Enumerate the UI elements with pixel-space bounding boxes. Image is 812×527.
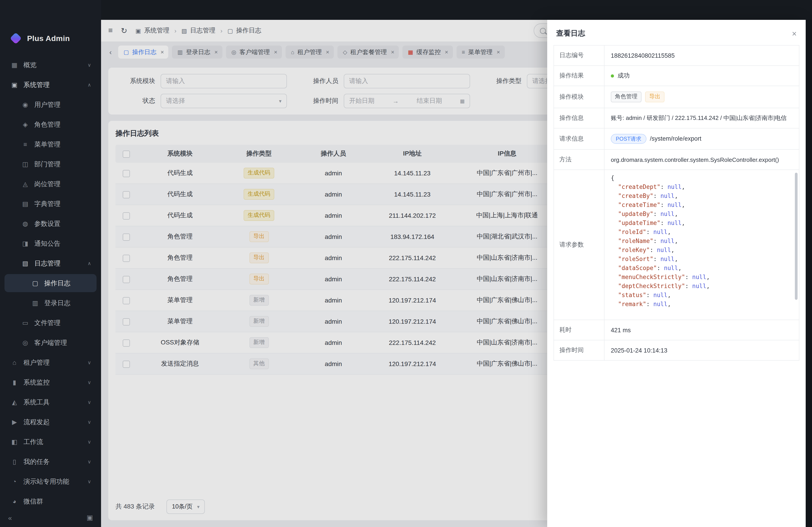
operation-info-value: 账号: admin / 研发部门 / 222.175.114.242 / 中国|… (605, 108, 799, 128)
detail-row-params: 请求参数 { createDept: null, createBy: null, (554, 170, 799, 320)
module-tags: 角色管理 导出 (605, 86, 799, 107)
detail-row-module: 操作模块 角色管理 导出 (554, 86, 799, 108)
json-line: createDept: null, (611, 183, 793, 192)
json-line: createBy: null, (611, 192, 793, 201)
log-detail-drawer: 查看日志 × 日志编号 1882612840802115585 操作结果 成功 … (547, 20, 806, 527)
module-tag: 导出 (645, 91, 665, 102)
detail-row-request: 请求信息 POST请求 /system/role/export (554, 128, 799, 150)
request-url: /system/role/export (650, 135, 701, 142)
json-line: roleKey: null, (611, 246, 793, 255)
params-lines: createDept: null, createBy: null, create… (611, 183, 793, 309)
json-line: createTime: null, (611, 201, 793, 210)
detail-row-method: 方法 org.dromara.system.controller.system.… (554, 150, 799, 170)
code-scrollbar-thumb[interactable] (795, 173, 798, 300)
json-line: roleId: null, (611, 228, 793, 237)
json-line: status: null, (611, 291, 793, 300)
post-method-tag: POST请求 (611, 134, 646, 144)
json-line: menuCheckStrictly: null, (611, 273, 793, 282)
duration-value: 421 ms (605, 320, 799, 340)
request-params-code: { createDept: null, createBy: null, (605, 170, 799, 320)
result-value: 成功 (618, 72, 630, 80)
close-icon[interactable]: × (792, 30, 797, 37)
log-detail-table: 日志编号 1882612840802115585 操作结果 成功 操作模块 角色… (553, 45, 799, 361)
success-status-dot (611, 74, 614, 77)
module-tag: 角色管理 (611, 91, 641, 102)
detail-row-time: 操作时间 2025-01-24 10:14:13 (554, 341, 799, 360)
json-line: updateTime: null, (611, 219, 793, 228)
drawer-title: 查看日志 (556, 29, 585, 38)
drawer-header: 查看日志 × (547, 20, 806, 45)
detail-row-result: 操作结果 成功 (554, 66, 799, 86)
json-line: dataScope: null, (611, 264, 793, 273)
json-line: roleName: null, (611, 237, 793, 246)
method-value: org.dromara.system.controller.system.Sys… (605, 150, 799, 170)
detail-row-duration: 耗时 421 ms (554, 320, 799, 341)
operation-time-value: 2025-01-24 10:14:13 (605, 341, 799, 360)
json-line: remark: null, (611, 300, 793, 309)
detail-row-log-id: 日志编号 1882612840802115585 (554, 46, 799, 66)
json-line: updateBy: null, (611, 210, 793, 219)
detail-row-info: 操作信息 账号: admin / 研发部门 / 222.175.114.242 … (554, 108, 799, 128)
json-line: roleSort: null, (611, 255, 793, 264)
log-id-value: 1882612840802115585 (605, 46, 799, 65)
screen: Plus Admin ▦ 概览 ▣ 系统管理 ◉ 用户管理 (0, 0, 812, 527)
json-line: deptCheckStrictly: null, (611, 282, 793, 291)
